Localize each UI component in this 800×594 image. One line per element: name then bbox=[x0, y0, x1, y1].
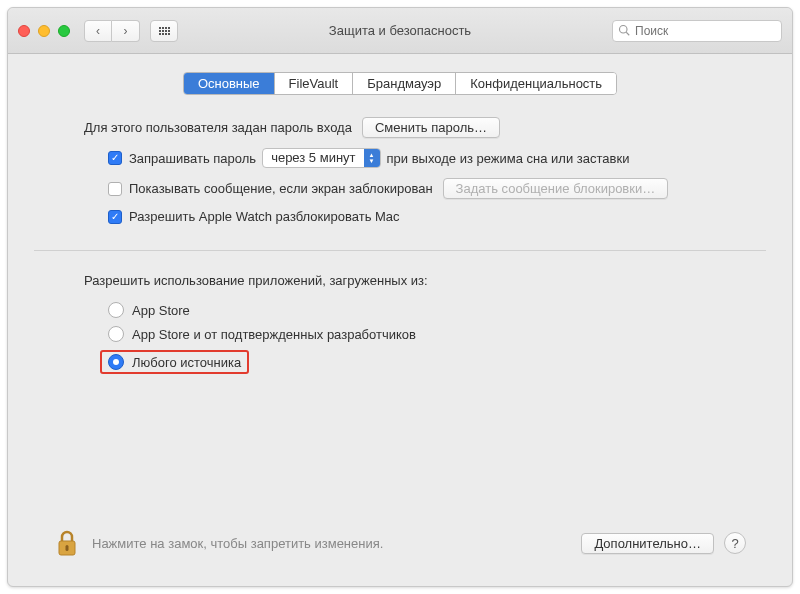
password-set-row: Для этого пользователя задан пароль вход… bbox=[84, 117, 716, 138]
show-message-checkbox[interactable] bbox=[108, 182, 122, 196]
svg-rect-3 bbox=[66, 545, 69, 551]
set-lock-message-button[interactable]: Задать сообщение блокировки… bbox=[443, 178, 669, 199]
tab-bar: Основные FileVault Брандмауэр Конфиденци… bbox=[183, 72, 617, 95]
delay-value: через 5 минут bbox=[263, 149, 363, 167]
minimize-window-button[interactable] bbox=[38, 25, 50, 37]
change-password-button[interactable]: Сменить пароль… bbox=[362, 117, 500, 138]
svg-point-0 bbox=[620, 25, 628, 33]
forward-button[interactable]: › bbox=[112, 20, 140, 42]
highlight-annotation: Любого источника bbox=[100, 350, 249, 374]
titlebar: ‹ › Защита и безопасность bbox=[8, 8, 792, 54]
chevron-left-icon: ‹ bbox=[96, 24, 100, 38]
chevron-right-icon: › bbox=[124, 24, 128, 38]
show-message-row: Показывать сообщение, если экран заблоки… bbox=[84, 178, 716, 199]
nav-buttons: ‹ › bbox=[84, 20, 140, 42]
search-icon bbox=[618, 24, 630, 36]
search-wrap bbox=[612, 20, 782, 42]
lock-icon[interactable] bbox=[54, 528, 80, 558]
zoom-window-button[interactable] bbox=[58, 25, 70, 37]
tab-firewall[interactable]: Брандмауэр bbox=[353, 73, 456, 94]
back-button[interactable]: ‹ bbox=[84, 20, 112, 42]
apple-watch-label: Разрешить Apple Watch разблокировать Mac bbox=[129, 209, 400, 224]
apple-watch-checkbox[interactable]: ✓ bbox=[108, 210, 122, 224]
radio-identified-label: App Store и от подтвержденных разработчи… bbox=[132, 327, 416, 342]
show-message-label: Показывать сообщение, если экран заблоки… bbox=[129, 181, 433, 196]
radio-appstore[interactable] bbox=[108, 302, 124, 318]
window-controls bbox=[18, 25, 70, 37]
checkmark-icon: ✓ bbox=[111, 212, 119, 222]
footer: Нажмите на замок, чтобы запретить измене… bbox=[34, 518, 766, 572]
general-pane: Для этого пользователя задан пароль вход… bbox=[34, 117, 766, 382]
radio-appstore-label: App Store bbox=[132, 303, 190, 318]
advanced-button[interactable]: Дополнительно… bbox=[581, 533, 714, 554]
select-arrows-icon: ▲▼ bbox=[364, 149, 380, 167]
help-button[interactable]: ? bbox=[724, 532, 746, 554]
svg-line-1 bbox=[626, 32, 629, 35]
tab-privacy[interactable]: Конфиденциальность bbox=[456, 73, 616, 94]
radio-row-anywhere: Любого источника bbox=[108, 350, 716, 374]
radio-row-identified: App Store и от подтвержденных разработчи… bbox=[108, 326, 716, 342]
grid-icon bbox=[159, 27, 170, 35]
lock-text: Нажмите на замок, чтобы запретить измене… bbox=[92, 536, 383, 551]
search-input[interactable] bbox=[612, 20, 782, 42]
tab-general[interactable]: Основные bbox=[184, 73, 275, 94]
require-password-row: ✓ Запрашивать пароль через 5 минут ▲▼ пр… bbox=[84, 148, 716, 168]
checkmark-icon: ✓ bbox=[111, 153, 119, 163]
tab-filevault[interactable]: FileVault bbox=[275, 73, 354, 94]
show-all-button[interactable] bbox=[150, 20, 178, 42]
radio-row-appstore: App Store bbox=[108, 302, 716, 318]
close-window-button[interactable] bbox=[18, 25, 30, 37]
radio-anywhere-label: Любого источника bbox=[132, 355, 241, 370]
require-password-checkbox[interactable]: ✓ bbox=[108, 151, 122, 165]
gatekeeper-title: Разрешить использование приложений, загр… bbox=[84, 273, 716, 288]
require-password-delay-select[interactable]: через 5 минут ▲▼ bbox=[262, 148, 380, 168]
apple-watch-row: ✓ Разрешить Apple Watch разблокировать M… bbox=[84, 209, 716, 224]
require-password-label: Запрашивать пароль bbox=[129, 151, 256, 166]
password-set-label: Для этого пользователя задан пароль вход… bbox=[84, 120, 352, 135]
require-password-suffix: при выходе из режима сна или заставки bbox=[387, 151, 630, 166]
section-divider bbox=[34, 250, 766, 251]
content-pane: Основные FileVault Брандмауэр Конфиденци… bbox=[8, 54, 792, 586]
gatekeeper-radio-group: App Store App Store и от подтвержденных … bbox=[84, 302, 716, 374]
radio-identified-developers[interactable] bbox=[108, 326, 124, 342]
radio-anywhere[interactable] bbox=[108, 354, 124, 370]
preferences-window: ‹ › Защита и безопасность Основные FileV… bbox=[7, 7, 793, 587]
